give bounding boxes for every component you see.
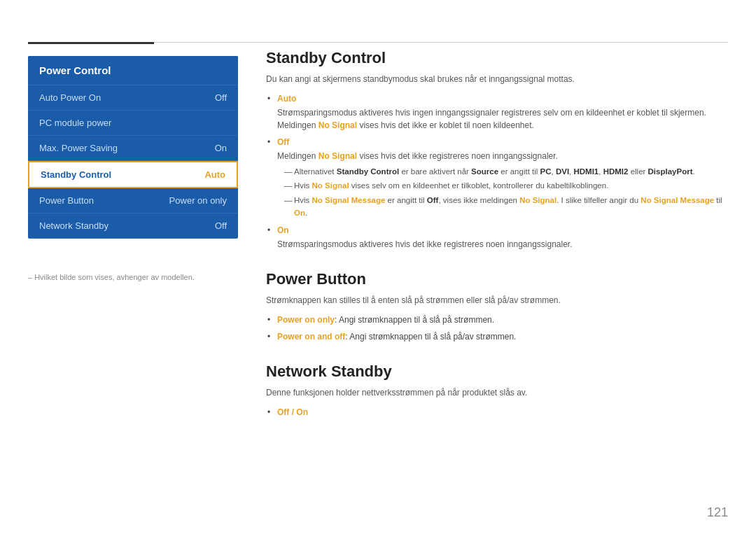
standby-item-auto: Auto Strømsparingsmodus aktiveres hvis i… xyxy=(266,92,728,132)
sidebar-item-network-standby[interactable]: Network Standby Off xyxy=(28,213,238,239)
network-standby-title: Network Standby xyxy=(266,363,728,381)
sidebar-value-power-button: Power on only xyxy=(169,195,227,206)
standby-keyword-on: On xyxy=(277,225,289,235)
standby-desc-auto: Strømsparingsmodus aktiveres hvis ingen … xyxy=(277,106,728,132)
power-button-bullet-list: Power on only: Angi strømknappen til å s… xyxy=(266,314,728,343)
sidebar-item-auto-power-on[interactable]: Auto Power On Off xyxy=(28,85,238,111)
sidebar-label-standby-control: Standby Control xyxy=(41,169,111,180)
sidebar-panel: Power Control Auto Power On Off PC modul… xyxy=(28,56,238,239)
network-standby-intro: Denne funksjonen holder nettverksstrømme… xyxy=(266,386,728,399)
sidebar-value-network-standby: Off xyxy=(215,220,227,231)
sidebar-value-auto-power-on: Off xyxy=(215,92,227,103)
sidebar-title: Power Control xyxy=(28,56,238,85)
standby-desc-on: Strømsparingsmodus aktiveres hvis det ik… xyxy=(277,238,728,251)
sidebar-item-power-button[interactable]: Power Button Power on only xyxy=(28,188,238,213)
network-standby-bullet-list: Off / On xyxy=(266,406,728,419)
standby-desc-off: Meldingen No Signal vises hvis det ikke … xyxy=(277,150,728,162)
sidebar-item-standby-control[interactable]: Standby Control Auto xyxy=(28,161,238,188)
network-standby-item-1: Off / On xyxy=(266,406,728,419)
power-button-title: Power Button xyxy=(266,270,728,288)
sidebar-value-standby-control: Auto xyxy=(204,169,225,180)
standby-bullet-list: Auto Strømsparingsmodus aktiveres hvis i… xyxy=(266,92,728,251)
power-button-item-2: Power on and off: Angi strømknappen til … xyxy=(266,330,728,343)
top-divider-accent xyxy=(28,42,154,44)
sidebar-label-power-button: Power Button xyxy=(39,195,94,206)
sidebar-label-max-power-saving: Max. Power Saving xyxy=(39,143,118,153)
power-button-intro: Strømknappen kan stilles til å enten slå… xyxy=(266,294,728,307)
standby-off-dash-list: Alternativet Standby Control er bare akt… xyxy=(284,165,728,220)
standby-dash-2: Hvis No Signal vises selv om en kildeenh… xyxy=(284,179,728,192)
page-number: 121 xyxy=(707,505,728,520)
sidebar-label-pc-module: PC module power xyxy=(39,118,111,128)
standby-keyword-auto: Auto xyxy=(277,94,296,104)
standby-control-title: Standby Control xyxy=(266,49,728,67)
sidebar-label-auto-power-on: Auto Power On xyxy=(39,92,101,103)
power-on-off-keyword: Power on and off xyxy=(277,332,345,342)
standby-item-on: On Strømsparingsmodus aktiveres hvis det… xyxy=(266,224,728,251)
main-content: Standby Control Du kan angi at skjermens… xyxy=(266,49,728,506)
standby-item-off: Off Meldingen No Signal vises hvis det i… xyxy=(266,136,728,220)
standby-dash-1: Alternativet Standby Control er bare akt… xyxy=(284,165,728,178)
standby-keyword-off: Off xyxy=(277,137,289,147)
sidebar-label-network-standby: Network Standby xyxy=(39,220,108,231)
power-button-item-1: Power on only: Angi strømknappen til å s… xyxy=(266,314,728,326)
standby-control-intro: Du kan angi at skjermens standbymodus sk… xyxy=(266,73,728,85)
network-standby-keyword: Off / On xyxy=(277,407,308,417)
power-on-only-keyword: Power on only xyxy=(277,315,335,325)
footnote: – Hvilket bilde som vises, avhenger av m… xyxy=(28,273,195,281)
sidebar-value-max-power-saving: On xyxy=(215,143,227,153)
standby-dash-3: Hvis No Signal Message er angitt til Off… xyxy=(284,194,728,220)
sidebar-item-pc-module[interactable]: PC module power xyxy=(28,111,238,136)
sidebar-item-max-power-saving[interactable]: Max. Power Saving On xyxy=(28,136,238,161)
